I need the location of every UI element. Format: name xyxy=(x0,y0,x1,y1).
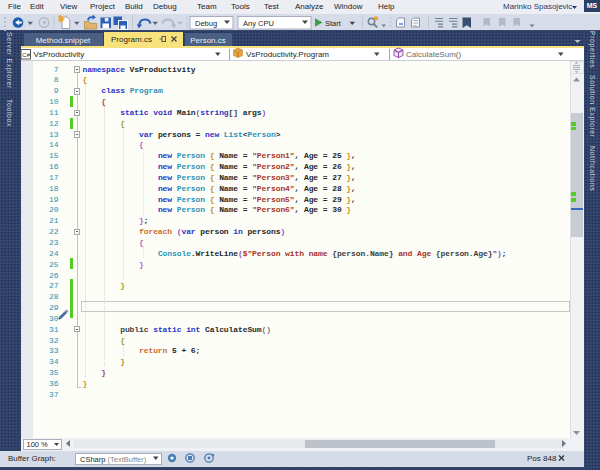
svg-text:Any CPU: Any CPU xyxy=(243,19,274,28)
svg-text:Debug: Debug xyxy=(195,19,217,28)
svg-text:Start: Start xyxy=(325,19,342,28)
svg-text:C#: C# xyxy=(22,52,30,58)
